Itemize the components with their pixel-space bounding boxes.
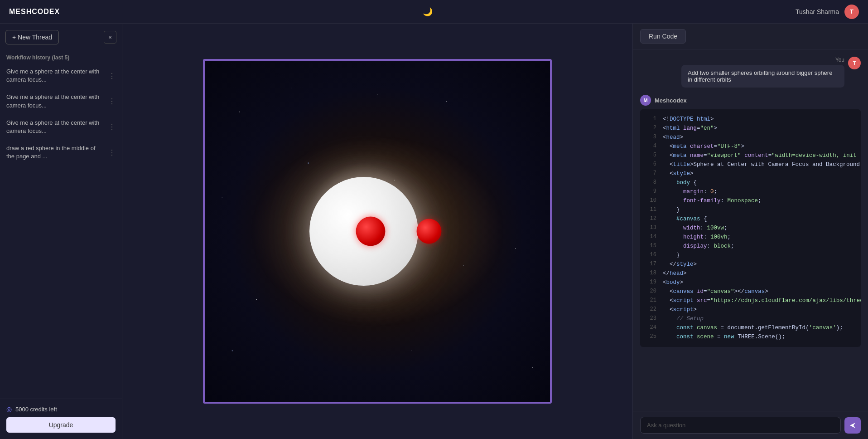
small-sphere-2 <box>417 219 442 244</box>
chat-send-button[interactable] <box>844 417 861 434</box>
history-item-text: Give me a sphere at the center with came… <box>6 119 105 135</box>
code-block: 1<!DOCTYPE html>2<html lang="en">3<head>… <box>640 109 861 347</box>
run-code-button[interactable]: Run Code <box>640 29 686 44</box>
line-content: <head> <box>663 133 683 142</box>
line-number: 1 <box>644 115 656 123</box>
code-line: 21 <script src="https://cdnjs.cloudflare… <box>640 296 861 305</box>
line-content: #canvas { <box>663 215 707 224</box>
code-line: 5 <meta name="viewport" content="width=d… <box>640 151 861 160</box>
code-line: 14 height: 100vh; <box>640 233 861 242</box>
topbar: MESHCODEX 🌙 Tushar Sharma T <box>0 0 868 24</box>
line-content: width: 100vw; <box>663 224 728 233</box>
history-list: Give me a sphere at the center with came… <box>0 63 122 399</box>
history-item-text: Give me a sphere at the center with came… <box>6 68 105 84</box>
line-content: </style> <box>663 260 697 269</box>
chat-message-ai: M Meshcodex 1<!DOCTYPE html>2<html lang=… <box>640 95 861 347</box>
line-number: 3 <box>644 133 656 141</box>
ai-avatar: M <box>640 95 651 106</box>
new-thread-button[interactable]: + New Thread <box>5 30 59 44</box>
small-sphere-1 <box>356 217 385 246</box>
line-number: 23 <box>644 314 656 323</box>
upgrade-button[interactable]: Upgrade <box>6 417 116 433</box>
line-content: const canvas = document.getElementById('… <box>663 323 843 332</box>
line-content: body { <box>663 178 697 187</box>
line-number: 11 <box>644 205 656 214</box>
galaxy-background <box>205 61 550 402</box>
line-content: <canvas id="canvas"></canvas> <box>663 287 768 296</box>
line-content: height: 100vh; <box>663 233 731 242</box>
code-line: 11 } <box>640 205 861 215</box>
line-number: 12 <box>644 215 656 223</box>
code-line: 12 #canvas { <box>640 215 861 224</box>
code-line: 6 <title>Sphere at Center with Camera Fo… <box>640 160 861 169</box>
code-line: 1<!DOCTYPE html> <box>640 115 861 124</box>
line-content: } <box>663 251 680 260</box>
history-section-title: Workflow history (last 5) <box>0 51 122 63</box>
sidebar-bottom: ◎ 5000 credits left Upgrade <box>0 399 122 439</box>
line-content: } <box>663 205 680 215</box>
line-content: <script src="https://cdnjs.cloudflare.co… <box>663 296 861 305</box>
history-item-menu-icon[interactable]: ⋮ <box>108 97 116 106</box>
chat-input-area <box>633 411 868 439</box>
app-logo: MESHCODEX <box>9 8 60 16</box>
line-number: 7 <box>644 169 656 178</box>
line-number: 8 <box>644 178 656 187</box>
line-number: 6 <box>644 160 656 169</box>
line-content: <style> <box>663 169 694 178</box>
line-number: 15 <box>644 242 656 250</box>
user-avatar: T <box>844 5 859 19</box>
right-panel-toolbar: Run Code <box>633 24 868 49</box>
code-line: 4 <meta charset="UTF-8"> <box>640 142 861 151</box>
line-number: 20 <box>644 287 656 296</box>
code-line: 2<html lang="en"> <box>640 124 861 133</box>
line-number: 21 <box>644 296 656 305</box>
list-item[interactable]: Give me a sphere at the center with came… <box>2 89 120 113</box>
line-content: const scene = new THREE.Scene(); <box>663 332 785 341</box>
list-item[interactable]: draw a red sphere in the middle of the p… <box>2 140 120 165</box>
history-item-menu-icon[interactable]: ⋮ <box>108 148 116 157</box>
list-item[interactable]: Give me a sphere at the center with came… <box>2 63 120 88</box>
sidebar-top: + New Thread « <box>0 24 122 51</box>
chat-input[interactable] <box>640 417 841 434</box>
line-content: <meta name="viewport" content="width=dev… <box>663 151 857 160</box>
code-line: 25 const scene = new THREE.Scene(); <box>640 332 861 341</box>
send-icon <box>849 422 856 429</box>
line-number: 10 <box>644 196 656 205</box>
history-item-text: draw a red sphere in the middle of the p… <box>6 144 105 161</box>
code-line: 16 } <box>640 251 861 260</box>
ai-message-header: M Meshcodex <box>640 95 861 106</box>
theme-toggle[interactable]: 🌙 <box>423 7 433 17</box>
user-message-container: You Add two smaller spheres orbitting ar… <box>681 57 844 88</box>
credits-text: 5000 credits left <box>15 406 57 413</box>
canvas-area <box>122 24 632 439</box>
line-content: display: block; <box>663 242 734 251</box>
line-number: 22 <box>644 305 656 314</box>
line-number: 16 <box>644 251 656 259</box>
line-content: // Setup <box>663 314 704 323</box>
right-panel: Run Code You Add two smaller spheres orb… <box>632 24 868 439</box>
history-item-text: Give me a sphere at the center with came… <box>6 93 105 109</box>
chat-area: You Add two smaller spheres orbitting ar… <box>633 49 868 411</box>
line-number: 14 <box>644 233 656 241</box>
topbar-right: Tushar Sharma T <box>796 5 859 19</box>
line-content: <html lang="en"> <box>663 124 717 133</box>
code-line: 18</head> <box>640 269 861 278</box>
collapse-sidebar-button[interactable]: « <box>104 31 116 44</box>
code-line: 23 // Setup <box>640 314 861 323</box>
list-item[interactable]: Give me a sphere at the center with came… <box>2 115 120 139</box>
code-line: 8 body { <box>640 178 861 187</box>
code-line: 19<body> <box>640 278 861 287</box>
code-line: 13 width: 100vw; <box>640 224 861 233</box>
user-label: You <box>681 57 844 63</box>
code-line: 17 </style> <box>640 260 861 269</box>
code-line: 7 <style> <box>640 169 861 178</box>
line-content: margin: 0; <box>663 187 717 196</box>
line-content: <script> <box>663 305 697 314</box>
history-item-menu-icon[interactable]: ⋮ <box>108 72 116 80</box>
line-number: 18 <box>644 269 656 278</box>
line-content: <title>Sphere at Center with Camera Focu… <box>663 160 860 169</box>
code-line: 10 font-family: Monospace; <box>640 196 861 205</box>
code-line: 3<head> <box>640 133 861 142</box>
line-number: 17 <box>644 260 656 268</box>
history-item-menu-icon[interactable]: ⋮ <box>108 122 116 131</box>
